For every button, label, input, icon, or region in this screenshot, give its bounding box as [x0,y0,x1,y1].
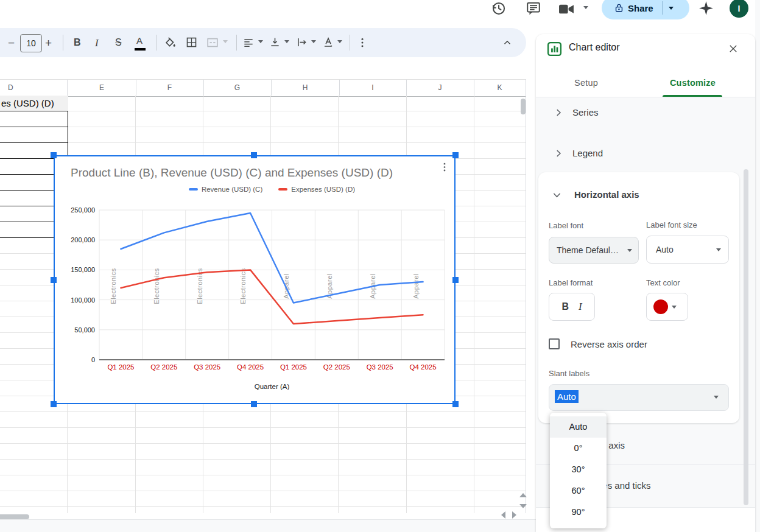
toolbar-divider [63,35,63,51]
version-history-icon[interactable] [490,1,507,17]
slant-labels-value: Auto [555,390,579,403]
label-font-select[interactable]: Theme Defaul… [549,237,639,264]
chart[interactable]: Product Line (B), Revenue (USD) (C) and … [54,155,456,404]
scroll-down-arrow[interactable] [519,504,527,508]
chart-handle-bottom-mid[interactable] [251,401,257,407]
menu-option-auto[interactable]: Auto [550,416,607,438]
vertical-align-icon[interactable] [269,36,281,49]
horizontal-scrollbar-thumb[interactable] [0,514,29,519]
chart-handle-top-mid[interactable] [251,152,257,158]
panel-scrollbar-thumb[interactable] [744,169,748,505]
chart-handle-mid-right[interactable] [452,277,459,283]
chart-editor-icon [547,41,562,57]
chart-handle-mid-left[interactable] [51,277,57,283]
column-header-D[interactable]: D [0,80,68,96]
svg-text:Q2 2025: Q2 2025 [150,363,177,371]
share-split-divider [662,1,663,15]
share-dropdown-caret[interactable] [669,7,674,10]
chart-handle-bottom-right[interactable] [452,401,459,407]
bold-toggle[interactable]: B [561,301,569,312]
column-header-K[interactable]: K [474,80,526,96]
menu-option-30deg[interactable]: 30° [550,459,607,480]
label-font-size-select[interactable]: Auto [646,236,729,264]
cell-expenses-header[interactable]: es (USD) (D) [0,96,68,111]
text-wrap-caret[interactable] [311,40,316,43]
share-label: Share [628,3,653,13]
chevron-down-icon[interactable] [551,189,563,201]
text-wrap-icon[interactable] [295,36,308,49]
scroll-up-arrow[interactable] [519,493,527,497]
avatar[interactable]: I [730,0,748,18]
svg-text:Electronics: Electronics [239,268,247,304]
slant-labels-menu: Auto0°30°60°90° [550,413,607,528]
tab-customize[interactable]: Customize [658,78,728,88]
vertical-align-caret[interactable] [284,40,289,43]
svg-text:Apparel: Apparel [412,273,420,298]
slant-labels-caret [714,396,719,399]
label-font-caret [627,249,632,252]
section-horizontal-axis[interactable]: Horizontal axis [574,189,639,200]
text-color-select[interactable] [646,293,688,321]
svg-text:Q2 2025: Q2 2025 [323,363,350,371]
text-color-swatch [653,299,668,314]
text-color-label: Text color [646,278,680,287]
sheet-bottom-bar [0,519,536,532]
chart-handle-bottom-left[interactable] [51,401,57,407]
menu-option-0deg[interactable]: 0° [550,438,607,459]
text-rotation-icon[interactable] [322,36,335,49]
svg-text:250,000: 250,000 [71,206,95,214]
tab-setup[interactable]: Setup [551,78,621,88]
merge-cells-caret[interactable] [223,40,228,43]
menu-option-90deg[interactable]: 90° [550,502,607,523]
svg-text:150,000: 150,000 [71,266,95,273]
chevron-right-icon[interactable] [553,148,564,159]
bold-button[interactable]: B [74,37,81,48]
column-header-G[interactable]: G [203,80,272,96]
column-header-H[interactable]: H [271,80,340,96]
borders-icon[interactable] [185,36,198,49]
meet-dropdown-caret[interactable] [583,6,588,9]
vertical-scrollbar-thumb[interactable] [521,99,526,114]
italic-button[interactable]: I [95,37,99,49]
strikethrough-button[interactable]: S [115,37,122,48]
scroll-left-arrow[interactable] [501,511,505,519]
section-legend[interactable]: Legend [572,148,603,158]
label-font-label: Label font [549,221,583,230]
google-sheets-window: Share I − 10 + B I S A [0,0,760,532]
text-rotation-caret[interactable] [337,40,342,43]
column-header-E[interactable]: E [68,80,136,96]
gemini-sparkle-icon[interactable] [698,1,714,16]
collapse-toolbar-icon[interactable] [502,37,513,48]
increase-font-size-button[interactable]: + [45,37,52,50]
toolbar-divider [350,35,350,51]
toolbar-divider [236,35,237,51]
scroll-right-arrow[interactable] [512,511,516,519]
decrease-font-size-button[interactable]: − [8,37,15,50]
toolbar-divider [157,35,157,51]
fill-color-icon[interactable] [163,36,177,49]
chart-handle-top-left[interactable] [51,152,57,158]
horizontal-align-icon[interactable] [242,37,255,49]
italic-toggle[interactable]: I [579,301,582,313]
more-options-icon[interactable] [356,37,368,49]
merge-cells-icon[interactable] [206,36,219,49]
font-size-input[interactable]: 10 [20,34,42,52]
label-font-value: Theme Defaul… [557,245,619,255]
chart-handle-top-right[interactable] [452,152,459,158]
text-color-button[interactable]: A [136,35,142,46]
horizontal-align-caret[interactable] [258,40,263,43]
section-series[interactable]: Series [572,107,599,117]
reverse-axis-checkbox[interactable] [549,338,560,349]
chevron-right-icon[interactable] [553,107,564,118]
label-format-group: B I [549,293,595,321]
font-size-value: 10 [26,38,36,48]
comments-icon[interactable] [526,1,541,16]
close-icon[interactable] [728,43,739,54]
share-button[interactable]: Share [602,0,689,19]
column-header-I[interactable]: I [339,80,407,96]
menu-option-60deg[interactable]: 60° [550,480,607,502]
column-header-F[interactable]: F [136,80,204,96]
svg-text:200,000: 200,000 [71,236,95,243]
column-header-J[interactable]: J [406,80,474,96]
meet-video-icon[interactable] [558,2,575,16]
